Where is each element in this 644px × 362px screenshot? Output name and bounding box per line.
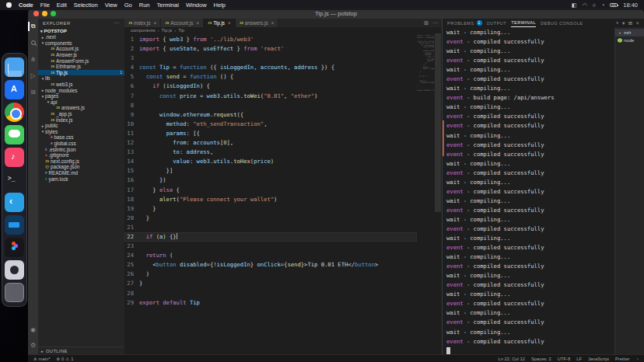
folder-styles[interactable]: ▾styles [38,129,124,135]
code-line[interactable]: 25 <button disabled={!isLoggedIn} onClic… [124,260,417,270]
code-line[interactable]: 22 if (a) {} [124,232,417,242]
encoding[interactable]: UTF-8 [558,357,570,361]
code-line[interactable]: 8 [124,101,417,110]
vscode-dock-icon[interactable] [5,193,24,212]
control-center-icon[interactable]: ◔ [601,2,604,8]
panel-tab-problems[interactable]: PROBLEMS [447,19,474,27]
more-actions-icon[interactable]: ⋯ [432,20,438,26]
problems-item[interactable]: ⊗ 0 ⚠ 1 [56,357,73,361]
tab-index-js[interactable]: JSindex.js× [124,19,161,27]
tab-answers-js[interactable]: JSanswers.js× [236,19,279,27]
file--eslintrc-json[interactable]: E.eslintrc.json [38,146,124,152]
close-icon[interactable]: × [153,20,156,26]
file--app-js[interactable]: JS_app.js [38,111,124,117]
extensions-icon[interactable]: ⊞ [28,87,38,96]
panel-tab-debug-console[interactable]: DEBUG CONSOLE [541,19,583,27]
menu-code[interactable]: Code [19,2,33,9]
code-line[interactable]: 16 }) [124,176,417,185]
menu-selection[interactable]: Selection [74,2,98,9]
file-ethframe-js[interactable]: JSEthframe.js [38,64,124,70]
folder-lib[interactable]: ▾lib [38,75,124,82]
file--gitignore[interactable]: ◆.gitignore [38,152,124,158]
file-readme-md[interactable]: MREADME.md [38,170,124,176]
close-panel-icon[interactable]: × [636,20,639,26]
new-terminal-icon[interactable]: + [616,20,619,26]
editor-scrollbar-thumb[interactable] [435,33,441,212]
menubar-clock[interactable]: 18:40 [623,2,638,9]
terminal-session-zsh[interactable]: >zsh [615,29,644,37]
formatter[interactable]: Prettier [615,357,630,361]
folder-api[interactable]: ▾api [38,99,124,106]
file-tip-js[interactable]: JSTip.js1 [38,70,124,76]
code-line[interactable]: 14 value: web3.utils.toHex(price) [124,157,417,166]
account-icon[interactable]: ◉ [28,325,38,334]
code-line[interactable]: 10 method: "eth_sendTransaction", [124,120,417,129]
menu-file[interactable]: File [40,2,50,9]
run-debug-icon[interactable]: ▷ [28,71,38,80]
breadcrumb-item[interactable]: Tip.js [162,28,173,33]
search-icon[interactable]: ○ [593,2,596,8]
panel-tab-terminal[interactable]: TERMINAL [511,19,536,27]
close-window-button[interactable] [33,11,39,16]
folder-node-modules[interactable]: ▸node_modules [38,87,124,93]
code-line[interactable]: 6 if (isLoggedIn) { [124,82,417,91]
split-terminal-icon[interactable]: ⊞ [628,20,633,26]
close-icon[interactable]: × [196,20,199,26]
notifications-bell-icon[interactable]: ◔ [636,357,639,361]
folder-components[interactable]: ▾components [38,40,124,47]
chrome-dock-icon[interactable] [5,103,24,122]
apple-menu-icon[interactable] [6,2,12,8]
code-line[interactable]: 23 [124,242,417,251]
minimap[interactable]: import { web3 } from '../lib/web3' impor… [417,35,434,354]
split-editor-icon[interactable]: ⊞ [424,20,429,26]
code-line[interactable]: 5 const send = function () { [124,72,417,82]
code-line[interactable]: 29export default Tip [124,298,417,308]
minimize-window-button[interactable] [42,11,47,16]
panel-tab-output[interactable]: OUTPUT [487,19,507,27]
code-line[interactable]: 21 [124,223,417,232]
wifi-icon[interactable]: ◠ [583,2,587,9]
file-next-config-js[interactable]: JSnext.config.js [38,158,124,164]
indentation[interactable]: Spaces: 2 [531,357,551,361]
git-branch-item[interactable]: ⋔ main* [33,357,50,361]
file-answers-js[interactable]: JSanswers.js [38,105,124,111]
project-root-row[interactable]: ▾ POTSTOP [38,27,124,34]
code-line[interactable]: 1import { web3 } from '../lib/web3' [124,35,417,44]
source-control-icon[interactable]: ⋔ [28,54,38,64]
display-icon[interactable]: ◧ [572,2,577,9]
code-line[interactable]: 26 ) [124,270,417,279]
file-web3-js[interactable]: JSweb3.js [38,82,124,88]
docker-dock-icon[interactable] [5,215,24,235]
file-yarn-lock[interactable]: Yyarn.lock [38,176,124,182]
code-line[interactable]: 13 to: address, [124,148,417,157]
menu-edit[interactable]: Edit [57,2,67,9]
code-line[interactable]: 17 } else { [124,186,417,195]
code-line[interactable]: 28 [124,289,417,298]
code-line[interactable]: 24 return ( [124,251,417,260]
file-index-js[interactable]: JSindex.js [38,117,124,123]
menu-go[interactable]: Go [124,2,132,9]
code-line[interactable]: 4const Tip = function ({ isLoggedIn, acc… [124,63,417,72]
menu-window[interactable]: Window [186,2,207,9]
search-icon[interactable] [28,38,38,47]
github-dock-icon[interactable] [5,260,24,280]
code-line[interactable]: 15 }] [124,166,417,176]
code-line[interactable]: 7 const price = web3.utils.toWei("0.01",… [124,92,417,101]
menu-view[interactable]: View [105,2,117,9]
menu-terminal[interactable]: Terminal [157,2,179,9]
code-line[interactable]: 18 alert("Please connect your wallet") [124,195,417,204]
code-line[interactable]: 20 } [124,214,417,223]
folder--next[interactable]: ▸.next [38,34,124,40]
code-line[interactable]: 3 [124,54,417,63]
folder-public[interactable]: ▸public [38,123,124,129]
terminal-output[interactable]: wait - compiling...event - compiled succ… [443,27,614,354]
file-base-css[interactable]: #base.css [38,134,124,141]
finder-dock-icon[interactable] [5,57,24,77]
outline-section[interactable]: ▸ OUTLINE [38,346,124,354]
file-global-css[interactable]: #global.css [38,141,124,147]
app-store-dock-icon[interactable] [5,80,24,99]
language-mode[interactable]: JavaScript [588,357,609,361]
explorer-icon[interactable]: ⧉ [28,22,38,31]
breadcrumb-item[interactable]: Tip [178,28,184,33]
eol-sequence[interactable]: LF [576,357,582,361]
